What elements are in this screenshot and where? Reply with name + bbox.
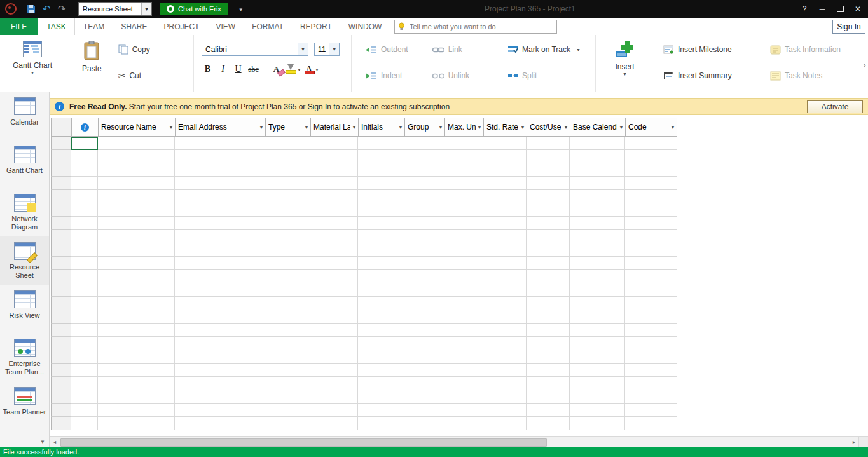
grid-cell[interactable] [404,150,444,163]
grid-cell[interactable] [625,177,677,190]
grid-cell[interactable] [265,137,310,150]
grid-cell[interactable] [570,364,625,377]
grid-cell[interactable] [625,190,677,203]
grid-cell[interactable] [483,190,527,203]
grid-cell[interactable] [570,337,625,350]
info-column-header[interactable]: i [71,118,98,137]
grid-cell[interactable] [527,297,570,310]
indent-button[interactable]: Indent [366,69,408,83]
grid-cell[interactable] [71,324,98,337]
grid-cell[interactable] [570,324,625,337]
grid-cell[interactable] [71,283,98,297]
grid-cell[interactable] [98,217,175,230]
grid-cell[interactable] [358,217,404,230]
grid-cell[interactable] [483,203,527,217]
row-header[interactable] [51,163,71,177]
grid-cell[interactable] [71,163,98,177]
row-header[interactable] [51,217,71,230]
grid-cell[interactable] [570,350,625,364]
grid-cell[interactable] [625,283,677,297]
column-header-initials[interactable]: Initials▼ [358,118,404,137]
sidebar-item-gantt-chart[interactable]: Gantt Chart [0,140,49,188]
column-header-type[interactable]: Type▼ [265,118,310,137]
row-header[interactable] [51,283,71,297]
grid-cell[interactable] [175,283,265,297]
chevron-down-icon[interactable]: ▼ [576,48,581,52]
grid-cell[interactable] [71,177,98,190]
scrollbar-thumb[interactable] [60,438,547,447]
grid-cell[interactable] [404,310,444,324]
grid-cell[interactable] [358,150,404,163]
split-button[interactable]: Split [508,69,595,83]
grid-cell[interactable] [310,203,358,217]
font-name-select[interactable]: Calibri ▼ [202,43,308,56]
grid-cell[interactable] [358,310,404,324]
grid-cell[interactable] [310,257,358,270]
grid-cell[interactable] [444,190,483,203]
grid-cell[interactable] [358,203,404,217]
row-header[interactable] [51,150,71,163]
column-header-cost-use[interactable]: Cost/Use▼ [527,118,570,137]
grid-cell[interactable] [175,417,265,430]
grid-cell[interactable] [358,177,404,190]
grid-cell[interactable] [570,283,625,297]
grid-cell[interactable] [444,350,483,364]
chevron-down-icon[interactable]: ▼ [297,67,301,72]
grid-cell[interactable] [625,270,677,283]
grid-cell[interactable] [444,390,483,404]
grid-cell[interactable] [444,270,483,283]
grid-cell[interactable] [404,297,444,310]
copy-button[interactable]: Copy [118,43,150,57]
grid-cell[interactable] [625,217,677,230]
horizontal-scrollbar[interactable]: ◄ ► [50,436,868,447]
grid-cell[interactable] [358,230,404,243]
grid-cell[interactable] [71,230,98,243]
row-header[interactable] [51,364,71,377]
grid-cell[interactable] [71,150,98,163]
grid-cell[interactable] [358,283,404,297]
grid-cell[interactable] [483,230,527,243]
grid-cell[interactable] [175,137,265,150]
row-header[interactable] [51,350,71,364]
grid-cell[interactable] [98,243,175,257]
grid-cell[interactable] [625,404,677,417]
grid-cell[interactable] [625,257,677,270]
grid-cell[interactable] [265,230,310,243]
grid-cell[interactable] [71,337,98,350]
grid-cell[interactable] [570,404,625,417]
ribbon-overflow-arrow[interactable]: › [863,59,866,70]
grid-cell[interactable] [444,177,483,190]
grid-cell[interactable] [483,310,527,324]
grid-cell[interactable] [527,350,570,364]
row-header[interactable] [51,257,71,270]
grid-cell[interactable] [310,243,358,257]
insert-button[interactable]: Insert ▼ [614,35,636,92]
grid-cell[interactable] [265,257,310,270]
grid-cell[interactable] [625,377,677,390]
grid-cell[interactable] [358,377,404,390]
grid-cell[interactable] [358,324,404,337]
grid-cell[interactable] [625,364,677,377]
grid-cell[interactable] [310,324,358,337]
grid-cell[interactable] [175,257,265,270]
grid-cell[interactable] [404,257,444,270]
grid-cell[interactable] [71,257,98,270]
grid-cell[interactable] [265,270,310,283]
row-header[interactable] [51,390,71,404]
grid-cell[interactable] [310,137,358,150]
grid-cell[interactable] [444,243,483,257]
grid-cell[interactable] [358,137,404,150]
grid-cell[interactable] [625,324,677,337]
chevron-down-icon[interactable]: ▼ [329,43,339,55]
row-header[interactable] [51,203,71,217]
underline-button[interactable]: U [232,63,244,76]
grid-cell[interactable] [570,230,625,243]
view-selector-dropdown[interactable]: Resource Sheet ▼ [78,2,152,16]
grid-cell[interactable] [570,270,625,283]
grid-cell[interactable] [444,310,483,324]
column-header-code[interactable]: Code▼ [625,118,677,137]
grid-cell[interactable] [71,190,98,203]
grid-cell[interactable] [310,163,358,177]
grid-cell[interactable] [175,190,265,203]
grid-cell[interactable] [625,137,677,150]
